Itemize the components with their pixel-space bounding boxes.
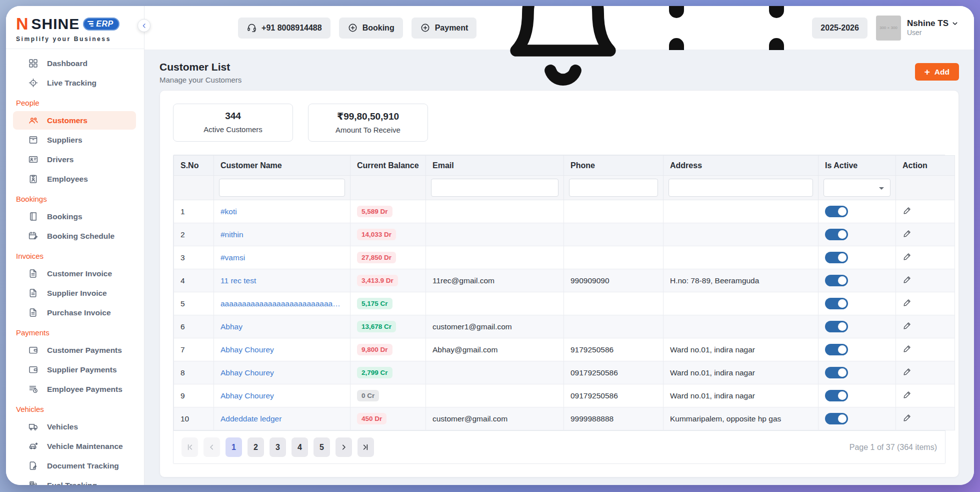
edit-icon[interactable] [902,206,912,215]
customer-name-link[interactable]: #nithin [220,230,344,239]
balance-badge: 2,799 Cr [357,367,392,378]
last-page-button[interactable] [358,437,374,457]
sidebar-item-customers[interactable]: Customers [13,111,136,130]
sidebar-item-vehicle-maintenance[interactable]: Vehicle Maintenance [13,437,136,455]
is-active-toggle[interactable] [825,321,848,332]
is-active-toggle[interactable] [825,206,848,217]
user-name: Nshine TS [907,18,948,29]
filter-phone-input[interactable] [569,179,658,197]
sidebar-item-employees[interactable]: Employees [13,170,136,188]
sidebar-item-vehicles[interactable]: Vehicles [13,417,136,436]
is-active-toggle[interactable] [825,229,848,240]
edit-icon[interactable] [902,367,912,376]
sidebar-item-dashboard[interactable]: Dashboard [13,54,136,73]
column-header-email[interactable]: Email [426,156,564,176]
customer-name-link[interactable]: aaaaaaaaaaaaaaaaaaaaaaaaaaaaaaaaaaaaaaaa [220,299,344,308]
first-page-button[interactable] [182,437,198,457]
edit-icon[interactable] [902,344,912,353]
column-header-s-no[interactable]: S.No [174,156,214,176]
column-header-phone[interactable]: Phone [564,156,664,176]
column-header-action[interactable]: Action [896,156,955,176]
balance-badge: 13,678 Cr [357,321,396,332]
first-page-icon [186,443,194,451]
stats-row: 344 Active Customers ₹99,80,50,910 Amoun… [173,104,946,142]
support-phone-button[interactable]: +91 8008914488 [238,18,330,39]
user-menu[interactable]: 300 × 300 Nshine TS User [876,16,959,41]
sidebar-item-bookings[interactable]: Bookings [13,207,136,226]
edit-icon[interactable] [902,321,912,330]
is-active-toggle[interactable] [825,367,848,378]
sidebar-item-label: Live Tracking [47,79,96,88]
cell-phone [564,292,664,315]
page-button-2[interactable]: 2 [248,437,264,457]
next-page-button[interactable] [336,437,352,457]
document-tracking-icon [28,460,38,471]
edit-icon[interactable] [902,413,912,422]
filter-email-input[interactable] [431,179,558,197]
sidebar-item-customer-invoice[interactable]: Customer Invoice [13,264,136,283]
customer-name-link[interactable]: Abhay Chourey [220,345,344,354]
customer-name-link[interactable]: 11 rec test [220,276,344,285]
filter-row [174,176,955,200]
sidebar-item-label: Customers [47,116,88,125]
speed-lines-icon [88,21,94,27]
page-button-3[interactable]: 3 [270,437,286,457]
sidebar-item-label: Booking Schedule [47,232,114,241]
is-active-toggle[interactable] [825,344,848,355]
main-panel: +91 8008914488 Booking Payment 5 2025-20… [144,6,974,485]
edit-icon[interactable] [902,229,912,238]
payment-button[interactable]: Payment [412,18,477,39]
filter-customer-name-input[interactable] [219,179,345,197]
sidebar-item-live-tracking[interactable]: Live Tracking [13,74,136,92]
sidebar-item-drivers[interactable]: Drivers [13,150,136,169]
sidebar: N SHINE ERP Simplify your Business Dashb… [6,6,144,485]
customer-name-link[interactable]: Abhay Chourey [220,391,344,400]
wallet-icon [28,364,38,375]
customer-name-link[interactable]: Abhay [220,322,344,331]
content-area: Customer List Manage your Customers + Ad… [144,50,974,485]
page-button-4[interactable]: 4 [292,437,308,457]
customer-name-link[interactable]: #koti [220,207,344,216]
fiscal-year-button[interactable]: 2025-2026 [812,18,868,39]
sidebar-item-purchase-invoice[interactable]: Purchase Invoice [13,303,136,322]
customer-name-link[interactable]: #vamsi [220,253,344,262]
customer-name-link[interactable]: Addeddate ledger [220,414,344,423]
previous-page-button[interactable] [204,437,220,457]
sidebar-item-supplier-payments[interactable]: Supplier Payments [13,360,136,379]
is-active-toggle[interactable] [825,413,848,424]
column-header-customer-name[interactable]: Customer Name [214,156,350,176]
column-header-is-active[interactable]: Is Active [818,156,896,176]
add-customer-button[interactable]: + Add [915,63,959,81]
edit-icon[interactable] [902,275,912,284]
edit-icon[interactable] [902,252,912,261]
is-active-toggle[interactable] [825,390,848,401]
sidebar-item-suppliers[interactable]: Suppliers [13,131,136,149]
edit-icon[interactable] [902,390,912,399]
sidebar-item-document-tracking[interactable]: Document Tracking [13,456,136,475]
edit-icon[interactable] [902,298,912,307]
is-active-toggle[interactable] [825,275,848,286]
column-header-current-balance[interactable]: Current Balance [350,156,426,176]
sidebar-item-employee-payments[interactable]: Employee Payments [13,380,136,398]
app-window: N SHINE ERP Simplify your Business Dashb… [6,6,974,485]
is-active-toggle[interactable] [825,252,848,263]
table-row: 5aaaaaaaaaaaaaaaaaaaaaaaaaaaaaaaaaaaaaaa… [174,292,955,315]
filter-address-input[interactable] [668,179,813,197]
sidebar-item-fuel-tracking[interactable]: Fuel Tracking [13,476,136,485]
notifications-button[interactable]: 5 [488,6,638,103]
page-button-5[interactable]: 5 [314,437,330,457]
sidebar-collapse-button[interactable] [138,19,150,32]
page-button-1[interactable]: 1 [226,437,242,457]
cell-sno: 4 [174,269,214,292]
sidebar-item-booking-schedule[interactable]: Booking Schedule [13,227,136,245]
sidebar-section-label: People [6,93,144,110]
column-header-address[interactable]: Address [664,156,818,176]
sidebar-item-customer-payments[interactable]: Customer Payments [13,341,136,359]
booking-button[interactable]: Booking [339,18,403,39]
customer-name-link[interactable]: Abhay Chourey [220,368,344,377]
sidebar-item-supplier-invoice[interactable]: Supplier Invoice [13,284,136,302]
chevron-down-icon [951,20,959,28]
filter-is-active-select[interactable] [824,179,890,197]
is-active-toggle[interactable] [825,298,848,309]
table-row: 7Abhay Chourey9,800 DrAbhay@gmail.com917… [174,338,955,361]
